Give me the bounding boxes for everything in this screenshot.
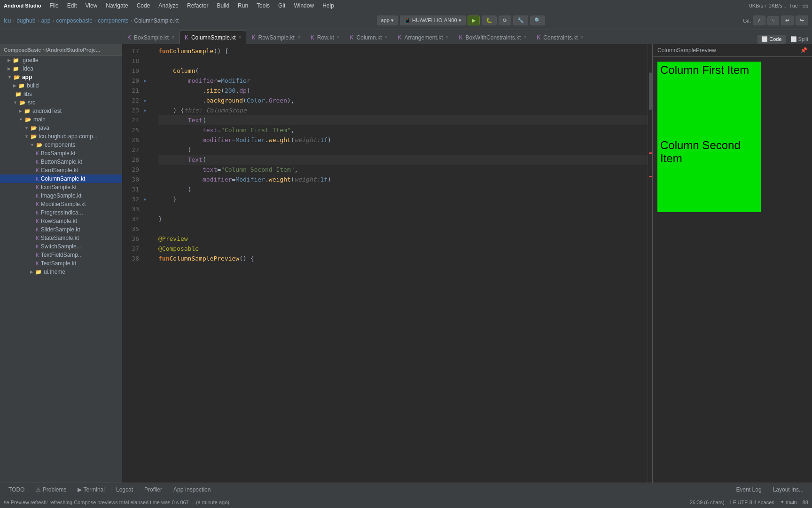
sidebar-item-textfieldsamp[interactable]: K TextFieldSamp... xyxy=(0,251,122,259)
tab-close-icon[interactable]: × xyxy=(172,35,174,40)
tree-label: androidTest xyxy=(32,108,62,114)
sidebar-item-gradle[interactable]: ▶ 📁 .gradle xyxy=(0,56,122,64)
sidebar-item-columnsample[interactable]: K ColumnSample.kt xyxy=(0,175,122,183)
breadcrumb-file[interactable]: ColumnSample.kt xyxy=(134,17,179,24)
sidebar-item-iconsample[interactable]: K IconSample.kt xyxy=(0,183,122,191)
bottom-tab-layoutins[interactable]: Layout Ins... xyxy=(768,485,808,494)
breadcrumb-item[interactable]: components xyxy=(98,17,128,24)
tab-row[interactable]: K Row.kt × xyxy=(305,31,345,44)
device-selector-button[interactable]: 📱 HUAWEI LIO-AN00 ▾ xyxy=(400,16,466,25)
menu-tools[interactable]: Tools xyxy=(253,1,273,10)
tab-close-icon[interactable]: × xyxy=(297,35,300,40)
scroll-thumb[interactable] xyxy=(649,72,652,110)
tab-close-icon[interactable]: × xyxy=(581,35,584,40)
view-tab-split[interactable]: ⬜ Split xyxy=(787,35,812,44)
toolbar-btn-2[interactable]: 🔧 xyxy=(513,16,528,25)
run-button[interactable]: ▶ xyxy=(468,16,480,25)
tab-close-icon[interactable]: × xyxy=(446,35,449,40)
tab-constraints[interactable]: K Constraints.kt × xyxy=(531,31,588,44)
sidebar-item-build[interactable]: ▶ 📁 build xyxy=(0,81,122,90)
menu-build[interactable]: Build xyxy=(213,1,233,10)
sidebar-item-cardsample[interactable]: K CardSample.kt xyxy=(0,166,122,175)
sidebar-item-components[interactable]: ▼ 📂 components xyxy=(0,141,122,149)
breadcrumb-item[interactable]: composebasic xyxy=(56,17,92,24)
menu-window[interactable]: Window xyxy=(290,1,318,10)
sidebar-item-androidtest[interactable]: ▶ 📁 androidTest xyxy=(0,107,122,115)
tab-columnsample[interactable]: K ColumnSample.kt × xyxy=(180,31,247,44)
sidebar-item-slidersample[interactable]: K SliderSample.kt xyxy=(0,225,122,234)
editor-scrollbar[interactable] xyxy=(648,44,652,483)
menu-help[interactable]: Help xyxy=(319,1,338,10)
menu-edit[interactable]: Edit xyxy=(63,1,81,10)
menu-file[interactable]: File xyxy=(46,1,62,10)
paren: ( xyxy=(291,175,295,184)
tab-icon: K xyxy=(127,34,131,41)
git-branch-btn[interactable]: ⑂ xyxy=(767,16,779,25)
sidebar-item-main[interactable]: ▼ 📂 main xyxy=(0,115,122,124)
sidebar-item-boxsample[interactable]: K BoxSample.kt xyxy=(0,149,122,158)
tab-close-icon[interactable]: × xyxy=(337,35,340,40)
toolbar-btn-3[interactable]: 🔍 xyxy=(530,16,545,25)
run-config-button[interactable]: app ▾ xyxy=(377,16,398,25)
bottom-tab-appinspection[interactable]: App Inspection xyxy=(169,485,215,494)
sidebar-item-imagesample[interactable]: K ImageSample.kt xyxy=(0,191,122,200)
redo-button[interactable]: ↪ xyxy=(796,16,808,25)
tab-close-icon[interactable]: × xyxy=(523,35,526,40)
sidebar-item-libs[interactable]: 📁 libs xyxy=(0,90,122,98)
paren: ( xyxy=(243,95,247,105)
tab-close-icon[interactable]: × xyxy=(385,35,388,40)
undo-button[interactable]: ↩ xyxy=(781,16,794,25)
breadcrumb-item[interactable]: app xyxy=(41,17,50,24)
folder-icon: 📁 xyxy=(15,91,22,97)
code-editor[interactable]: fun ColumnSample() { Column( modifier = … xyxy=(153,44,648,483)
menu-run[interactable]: Run xyxy=(234,1,252,10)
menu-view[interactable]: View xyxy=(81,1,101,10)
tab-rowsample[interactable]: K RowSample.kt × xyxy=(246,31,305,44)
tab-boxsample[interactable]: K BoxSample.kt × xyxy=(122,31,180,44)
menu-navigate[interactable]: Navigate xyxy=(102,1,132,10)
code-line-38: fun ColumnSamplePreview() { xyxy=(158,254,648,263)
menu-refactor[interactable]: Refactor xyxy=(183,1,212,10)
menu-analyze[interactable]: Analyze xyxy=(155,1,182,10)
bottom-tab-eventlog[interactable]: Event Log xyxy=(732,485,766,494)
toolbar-btn-1[interactable]: ⟳ xyxy=(499,16,511,25)
tab-arrangement[interactable]: K Arrangement.kt × xyxy=(392,31,453,44)
menu-code[interactable]: Code xyxy=(133,1,154,10)
sidebar-item-modifiersample[interactable]: K ModifierSample.kt xyxy=(0,200,122,208)
sidebar-item-src[interactable]: ▼ 📂 src xyxy=(0,98,122,107)
code-line-37: @Composable xyxy=(158,244,648,254)
tab-column[interactable]: K Column.kt × xyxy=(345,31,393,44)
bottom-tab-terminal[interactable]: ▶ Terminal xyxy=(73,485,109,494)
tab-boxwithconstraints[interactable]: K BoxWithConstraints.kt × xyxy=(453,31,531,44)
sidebar-item-buttonsample[interactable]: K ButtonSample.kt xyxy=(0,158,122,166)
sidebar-item-app[interactable]: ▼ 📂 app xyxy=(0,73,122,81)
sidebar-item-statesample[interactable]: K StateSample.kt xyxy=(0,234,122,242)
breadcrumb-item[interactable]: bughub xyxy=(16,17,35,24)
paren-open: () { xyxy=(239,254,254,263)
sidebar-item-idea[interactable]: ▶ 📁 .idea xyxy=(0,64,122,73)
sidebar-item-rowsample[interactable]: K RowSample.kt xyxy=(0,217,122,225)
view-tab-code[interactable]: ⬜ Code xyxy=(757,35,785,44)
sidebar-item-textsample[interactable]: K TextSample.kt xyxy=(0,259,122,268)
folder-icon: 📂 xyxy=(36,142,43,148)
bottom-tab-profiler[interactable]: Profiler xyxy=(140,485,167,494)
git-checkmark[interactable]: ✓ xyxy=(753,16,765,25)
bottom-tab-problems[interactable]: ⚠ Problems xyxy=(31,485,71,494)
debug-button[interactable]: 🐛 xyxy=(482,16,497,25)
bottom-tab-todo[interactable]: TODO xyxy=(4,485,29,494)
code-line-33 xyxy=(158,204,648,214)
sidebar-item-package[interactable]: ▼ 📂 icu.bughub.app.comp... xyxy=(0,132,122,141)
breadcrumb-item[interactable]: icu xyxy=(4,17,11,24)
code-line-34: } xyxy=(158,214,648,224)
status-bar-right: 26:39 (6 chars) LF UTF-8 4 spaces ✦ main… xyxy=(690,499,808,505)
sidebar-item-uitheme[interactable]: ▶ 📁 ui.theme xyxy=(0,268,122,276)
closing-paren3: ) xyxy=(188,184,192,194)
sidebar-item-progressindica[interactable]: K ProgressIndica... xyxy=(0,208,122,217)
bottom-tab-logcat[interactable]: Logcat xyxy=(111,485,138,494)
sidebar-item-java[interactable]: ▼ 📂 java xyxy=(0,124,122,132)
keyword-fun: fun xyxy=(158,254,169,263)
preview-pin-icon[interactable]: 📌 xyxy=(800,47,807,54)
menu-git[interactable]: Git xyxy=(274,1,289,10)
sidebar-item-switchsample[interactable]: K SwitchSample... xyxy=(0,242,122,251)
tab-close-icon[interactable]: × xyxy=(239,35,242,40)
